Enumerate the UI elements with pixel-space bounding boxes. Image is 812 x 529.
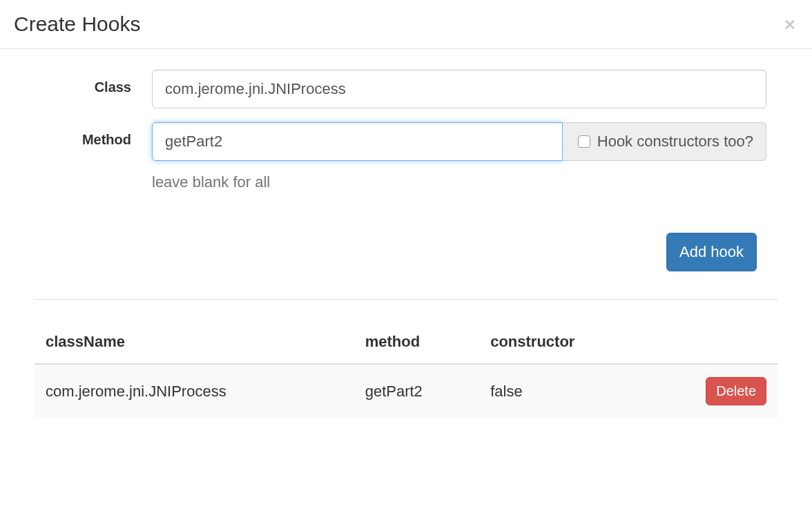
modal-header: Create Hooks × — [0, 0, 812, 49]
form-actions: Add hook — [14, 233, 798, 271]
add-hook-button[interactable]: Add hook — [666, 233, 757, 271]
table-row: com.jerome.jni.JNIProcess getPart2 false… — [35, 364, 777, 418]
method-help-text: leave blank for all — [152, 173, 563, 191]
class-form-group: Class — [14, 70, 798, 108]
separator — [35, 299, 777, 300]
modal-body: Class Method leave blank for all Hook co… — [0, 49, 812, 432]
th-method: method — [354, 320, 479, 364]
cell-classname: com.jerome.jni.JNIProcess — [35, 364, 354, 418]
method-label: Method — [14, 122, 152, 148]
method-input[interactable] — [152, 122, 563, 161]
modal-title: Create Hooks — [14, 12, 140, 36]
create-hooks-modal: Create Hooks × Class Method leave blank … — [0, 0, 812, 529]
cell-action: Delete — [647, 364, 777, 418]
hook-constructors-checkbox[interactable] — [578, 135, 590, 148]
method-form-group: Method leave blank for all Hook construc… — [14, 122, 798, 191]
close-icon[interactable]: × — [782, 15, 798, 35]
hooks-table-wrap: className method constructor com.jerome.… — [14, 320, 798, 418]
th-constructor: constructor — [479, 320, 647, 364]
class-label: Class — [14, 70, 152, 95]
cell-constructor: false — [479, 364, 647, 418]
cell-method: getPart2 — [354, 364, 479, 418]
constructor-addon-label: Hook constructors too? — [597, 133, 753, 151]
class-input[interactable] — [152, 70, 766, 108]
delete-button[interactable]: Delete — [706, 377, 766, 405]
th-classname: className — [35, 320, 354, 364]
table-header-row: className method constructor — [35, 320, 777, 364]
hooks-table: className method constructor com.jerome.… — [35, 320, 777, 418]
th-action — [647, 320, 777, 364]
constructor-addon[interactable]: Hook constructors too? — [563, 122, 766, 161]
